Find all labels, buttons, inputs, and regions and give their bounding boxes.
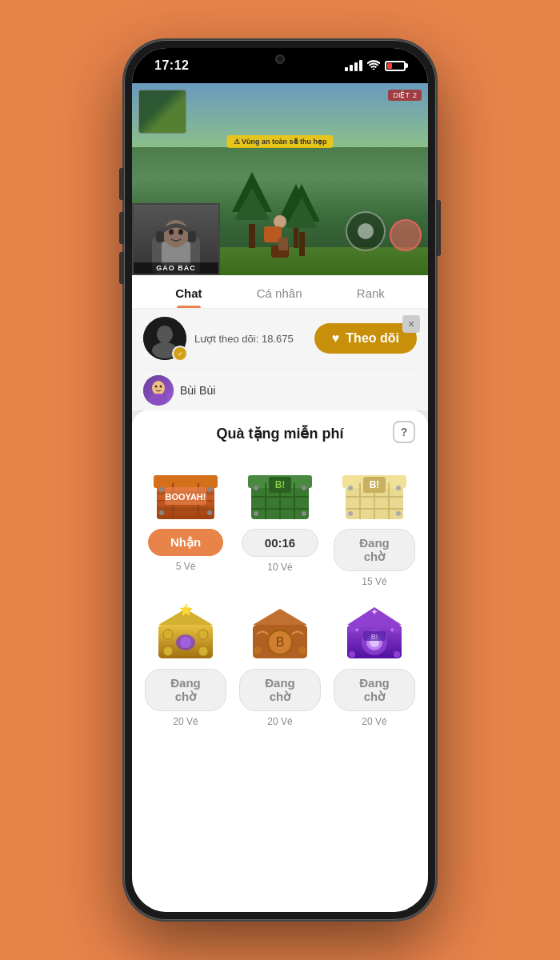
svg-rect-6 <box>299 232 305 256</box>
svg-point-35 <box>207 487 212 492</box>
gift-grid: BOOYAH! <box>132 454 428 740</box>
svg-point-34 <box>159 487 164 492</box>
gift-box-6: ✦ ✦ ✦ B! <box>338 600 410 664</box>
game-controls <box>346 211 422 251</box>
chat-user-name: Bùi Bùi <box>180 384 215 397</box>
waiting-button-6[interactable]: Đang chờ <box>334 669 415 711</box>
svg-point-63 <box>396 511 401 516</box>
svg-point-14 <box>169 229 174 234</box>
tab-canhan[interactable]: Cá nhân <box>244 275 315 308</box>
avatar-container: ✓ <box>143 317 186 360</box>
help-button[interactable]: ? <box>393 421 415 443</box>
svg-rect-13 <box>188 231 196 242</box>
status-bar: 17:12 <box>132 48 428 83</box>
svg-point-36 <box>159 510 164 515</box>
svg-point-21 <box>150 394 167 405</box>
phone-wrapper: 17:12 <box>124 40 436 920</box>
svg-point-48 <box>302 486 306 490</box>
follow-button[interactable]: ♥ Theo dõi <box>314 323 417 354</box>
heart-icon: ♥ <box>332 331 340 346</box>
svg-text:BOOYAH!: BOOYAH! <box>166 492 206 502</box>
kill-feed: DIỆT 2 <box>388 90 422 101</box>
camera-notch <box>275 54 285 64</box>
status-icons <box>345 59 406 72</box>
minimap <box>138 90 186 134</box>
gift-modal: Quà tặng miễn phí ? <box>132 410 428 912</box>
gift-header: Quà tặng miễn phí ? <box>132 410 428 454</box>
gift-item-3: B! Đang chờ 15 Vé <box>334 460 415 587</box>
tickets-2: 10 Vé <box>267 562 292 573</box>
svg-rect-26 <box>154 475 218 488</box>
svg-point-60 <box>348 486 353 490</box>
cam-label: GAO BAC <box>134 262 218 274</box>
svg-point-37 <box>207 510 212 515</box>
svg-point-88 <box>349 626 355 633</box>
tabs-row: Chat Cá nhân Rank <box>132 275 428 308</box>
svg-text:B: B <box>276 635 285 649</box>
waiting-button-5[interactable]: Đang chờ <box>239 669 321 711</box>
tab-rank[interactable]: Rank <box>344 275 398 308</box>
claim-button-1[interactable]: Nhận <box>148 529 223 556</box>
svg-point-15 <box>178 229 183 234</box>
tabs-section: Chat Cá nhân Rank <box>132 275 428 309</box>
svg-point-76 <box>254 646 262 654</box>
tickets-3: 15 Vé <box>362 576 386 587</box>
gift-item-6: ✦ ✦ ✦ B! <box>334 600 415 727</box>
signal-icon <box>345 60 362 71</box>
follow-label: Theo dõi <box>346 331 399 346</box>
gift-box-3: B! <box>338 460 410 524</box>
svg-point-50 <box>302 511 306 516</box>
svg-point-62 <box>348 511 353 516</box>
wifi-icon <box>367 59 380 72</box>
gift-title: Quà tặng miễn phí <box>217 425 344 442</box>
svg-point-91 <box>394 651 400 658</box>
svg-point-68 <box>163 630 173 639</box>
svg-point-20 <box>152 381 165 395</box>
tab-chat[interactable]: Chat <box>162 275 214 308</box>
game-stream: DIỆT 2 <box>132 83 428 275</box>
joystick[interactable] <box>346 211 386 251</box>
svg-text:✦: ✦ <box>370 606 378 618</box>
timer-button-2[interactable]: 00:16 <box>242 529 318 557</box>
svg-point-47 <box>254 486 258 490</box>
fire-button[interactable] <box>390 219 422 251</box>
game-hud: DIỆT 2 <box>132 90 428 134</box>
close-button[interactable]: × <box>402 315 420 333</box>
follower-count: Lượt theo dõi: 18.675 <box>194 333 294 345</box>
gift-box-5: B <box>244 600 316 664</box>
svg-text:B!: B! <box>371 633 378 641</box>
profile-section: × ✓ Lượt <box>132 309 428 410</box>
chat-user-avatar <box>143 375 174 406</box>
gift-item-4: ⭐ Đang chờ 20 Vé <box>145 600 226 727</box>
gift-item-2: B! 00:16 10 Vé <box>239 460 321 587</box>
svg-rect-0 <box>249 224 255 248</box>
gift-item-1: BOOYAH! <box>145 460 226 587</box>
tickets-5: 20 Vé <box>267 716 292 727</box>
svg-point-67 <box>180 637 191 648</box>
notch <box>232 48 328 70</box>
waiting-button-4[interactable]: Đang chờ <box>145 669 226 711</box>
gift-box-1: BOOYAH! <box>150 460 222 524</box>
tickets-4: 20 Vé <box>173 716 198 727</box>
svg-point-22 <box>155 386 158 388</box>
tickets-1: 5 Vé <box>176 561 196 572</box>
waiting-button-3[interactable]: Đang chờ <box>334 529 415 571</box>
svg-point-61 <box>396 486 401 490</box>
profile-row: ✓ Lượt theo dõi: 18.675 ♥ Theo dõi <box>143 317 417 366</box>
game-background: DIỆT 2 <box>132 83 428 275</box>
svg-text:B!: B! <box>275 479 286 490</box>
status-time: 17:12 <box>154 58 189 73</box>
svg-text:⭐: ⭐ <box>179 603 194 617</box>
svg-point-17 <box>157 326 173 343</box>
kill-count: DIỆT <box>393 91 410 99</box>
svg-rect-12 <box>156 231 164 242</box>
svg-point-89 <box>394 626 400 633</box>
verified-badge: ✓ <box>172 346 188 362</box>
gift-box-2: B! <box>244 460 316 524</box>
phone-shell: 17:12 <box>124 40 436 920</box>
svg-point-70 <box>163 646 173 656</box>
svg-point-49 <box>254 511 258 516</box>
gift-box-4: ⭐ <box>150 600 222 664</box>
game-character <box>264 215 296 259</box>
streamer-cam: GAO BAC <box>132 203 220 275</box>
